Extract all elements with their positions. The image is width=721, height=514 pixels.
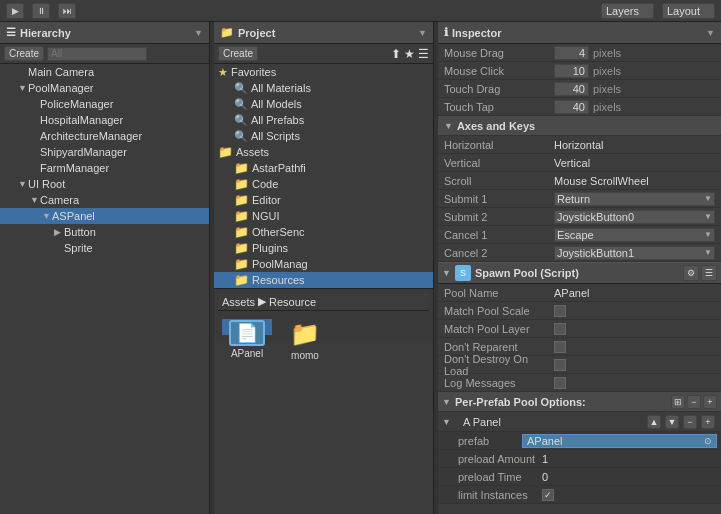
touch-drag-unit: pixels bbox=[593, 83, 621, 95]
apanel-up-btn[interactable]: ▲ bbox=[647, 415, 661, 429]
dont-destroy-checkbox[interactable] bbox=[554, 359, 566, 371]
project-toolbar: Create ⬆ ★ ☰ bbox=[214, 44, 433, 64]
match-pool-scale-row: Match Pool Scale bbox=[438, 302, 721, 320]
spawn-pool-menu-btn[interactable]: ☰ bbox=[701, 265, 717, 281]
assets-poolmanag[interactable]: 📁 PoolManag bbox=[214, 256, 433, 272]
tree-item-shipyardmanager[interactable]: ShipyardManager bbox=[0, 144, 209, 160]
favorites-all-prefabs[interactable]: 🔍 All Prefabs bbox=[214, 112, 433, 128]
arrow-poolmanager: ▼ bbox=[18, 83, 28, 93]
cancel2-row: Cancel 2 JoystickButton1 ▼ bbox=[438, 244, 721, 262]
assets-resources[interactable]: 📁 Resources bbox=[214, 272, 433, 288]
assets-editor[interactable]: 📁 Editor bbox=[214, 192, 433, 208]
favorites-all-scripts[interactable]: 🔍 All Scripts bbox=[214, 128, 433, 144]
log-messages-checkbox[interactable] bbox=[554, 377, 566, 389]
limit-instances-checkbox[interactable] bbox=[542, 489, 554, 501]
touch-tap-input[interactable] bbox=[554, 100, 589, 114]
apanel-down-btn[interactable]: ▼ bbox=[665, 415, 679, 429]
touch-tap-value: pixels bbox=[554, 100, 715, 114]
play-button[interactable]: ▶ bbox=[6, 3, 24, 19]
folder-icon-astar: 📁 bbox=[234, 161, 249, 175]
touch-drag-input[interactable] bbox=[554, 82, 589, 96]
hierarchy-panel: ☰ Hierarchy ▼ Create Main Camera ▼ PoolM… bbox=[0, 22, 210, 514]
project-icon3[interactable]: ☰ bbox=[418, 47, 429, 61]
mouse-click-unit: pixels bbox=[593, 65, 621, 77]
tree-item-architecturemanager[interactable]: ArchitectureManager bbox=[0, 128, 209, 144]
cancel1-label: Cancel 1 bbox=[444, 229, 554, 241]
touch-tap-label: Touch Tap bbox=[444, 101, 554, 113]
all-materials-label: All Materials bbox=[251, 82, 311, 94]
cancel1-dropdown[interactable]: Escape ▼ bbox=[554, 228, 715, 242]
favorites-header[interactable]: ★ Favorites bbox=[214, 64, 433, 80]
folder-icon-poolmanag: 📁 bbox=[234, 257, 249, 271]
layers-dropdown[interactable]: Layers bbox=[601, 3, 654, 19]
match-pool-scale-checkbox[interactable] bbox=[554, 305, 566, 317]
match-pool-layer-label: Match Pool Layer bbox=[444, 323, 554, 335]
horizontal-row: Horizontal Horizontal bbox=[438, 136, 721, 154]
tree-item-sprite[interactable]: Sprite bbox=[0, 240, 209, 256]
project-header: 📁 Project ▼ bbox=[214, 22, 433, 44]
vertical-label: Vertical bbox=[444, 157, 554, 169]
pause-button[interactable]: ⏸ bbox=[32, 3, 50, 19]
dont-reparent-checkbox[interactable] bbox=[554, 341, 566, 353]
tree-item-uiroot[interactable]: ▼ UI Root bbox=[0, 176, 209, 192]
apanel-plus-btn[interactable]: + bbox=[701, 415, 715, 429]
resource-momo[interactable]: 📁 momo bbox=[280, 319, 330, 335]
log-messages-value bbox=[554, 377, 715, 389]
submit1-dropdown[interactable]: Return ▼ bbox=[554, 192, 715, 206]
assets-astarpath[interactable]: 📁 AstarPathfi bbox=[214, 160, 433, 176]
touch-drag-row: Touch Drag pixels bbox=[438, 80, 721, 98]
assets-ngui-label: NGUI bbox=[252, 210, 280, 222]
assets-ngui[interactable]: 📁 NGUI bbox=[214, 208, 433, 224]
tree-item-aspanel[interactable]: ▼ ASPanel bbox=[0, 208, 209, 224]
match-pool-layer-checkbox[interactable] bbox=[554, 323, 566, 335]
per-prefab-grid-btn[interactable]: ⊞ bbox=[671, 395, 685, 409]
breadcrumb-resources: Resource bbox=[269, 296, 316, 308]
mouse-click-input[interactable] bbox=[554, 64, 589, 78]
per-prefab-minus-btn[interactable]: − bbox=[687, 395, 701, 409]
hierarchy-create-btn[interactable]: Create bbox=[4, 46, 44, 61]
cancel2-dropdown[interactable]: JoystickButton1 ▼ bbox=[554, 246, 715, 260]
submit2-dropdown[interactable]: JoystickButton0 ▼ bbox=[554, 210, 715, 224]
per-prefab-options-header[interactable]: ▼ Per-Prefab Pool Options: ⊞ − + bbox=[438, 392, 721, 412]
project-create-btn[interactable]: Create bbox=[218, 46, 258, 61]
tree-item-button[interactable]: ▶ Button bbox=[0, 224, 209, 240]
submit1-value: Return bbox=[557, 193, 590, 205]
per-prefab-plus-btn[interactable]: + bbox=[703, 395, 717, 409]
favorites-all-materials[interactable]: 🔍 All Materials bbox=[214, 80, 433, 96]
assets-code[interactable]: 📁 Code bbox=[214, 176, 433, 192]
resource-apanel[interactable]: 📄 APanel bbox=[222, 319, 272, 335]
axes-keys-section-header[interactable]: ▼ Axes and Keys bbox=[438, 116, 721, 136]
cancel2-label: Cancel 2 bbox=[444, 247, 554, 259]
tree-item-hospitalmanager[interactable]: HospitalManager bbox=[0, 112, 209, 128]
folder-icon-momo: 📁 bbox=[287, 320, 323, 348]
apanel-minus-btn[interactable]: − bbox=[683, 415, 697, 429]
label-sprite: Sprite bbox=[64, 242, 93, 254]
project-icon2[interactable]: ★ bbox=[404, 47, 415, 61]
horizontal-label: Horizontal bbox=[444, 139, 554, 151]
tree-item-maincamera[interactable]: Main Camera bbox=[0, 64, 209, 80]
assets-editor-label: Editor bbox=[252, 194, 281, 206]
dont-reparent-label: Don't Reparent bbox=[444, 341, 554, 353]
assets-plugins[interactable]: 📁 Plugins bbox=[214, 240, 433, 256]
assets-header[interactable]: 📁 Assets bbox=[214, 144, 433, 160]
spawn-pool-icon: S bbox=[455, 265, 471, 281]
label-camera: Camera bbox=[40, 194, 79, 206]
prefab-value-field[interactable]: APanel ⊙ bbox=[522, 434, 717, 448]
hierarchy-title: Hierarchy bbox=[20, 27, 71, 39]
hierarchy-search[interactable] bbox=[47, 47, 147, 61]
mouse-click-row: Mouse Click pixels bbox=[438, 62, 721, 80]
preload-time-row: preload Time 0 bbox=[438, 468, 721, 486]
layout-dropdown[interactable]: Layout bbox=[662, 3, 715, 19]
assets-othersence[interactable]: 📁 OtherSenc bbox=[214, 224, 433, 240]
favorites-all-models[interactable]: 🔍 All Models bbox=[214, 96, 433, 112]
tree-item-poolmanager[interactable]: ▼ PoolManager bbox=[0, 80, 209, 96]
tree-item-camera[interactable]: ▼ Camera bbox=[0, 192, 209, 208]
spawn-pool-gear-btn[interactable]: ⚙ bbox=[683, 265, 699, 281]
submit1-dropdown-arrow: ▼ bbox=[704, 194, 712, 203]
spawn-pool-component-header: ▼ S Spawn Pool (Script) ⚙ ☰ bbox=[438, 262, 721, 284]
tree-item-policemanager[interactable]: PoliceManager bbox=[0, 96, 209, 112]
tree-item-farmmanager[interactable]: FarmManager bbox=[0, 160, 209, 176]
step-button[interactable]: ⏭ bbox=[58, 3, 76, 19]
mouse-drag-input[interactable] bbox=[554, 46, 589, 60]
project-icon1[interactable]: ⬆ bbox=[391, 47, 401, 61]
